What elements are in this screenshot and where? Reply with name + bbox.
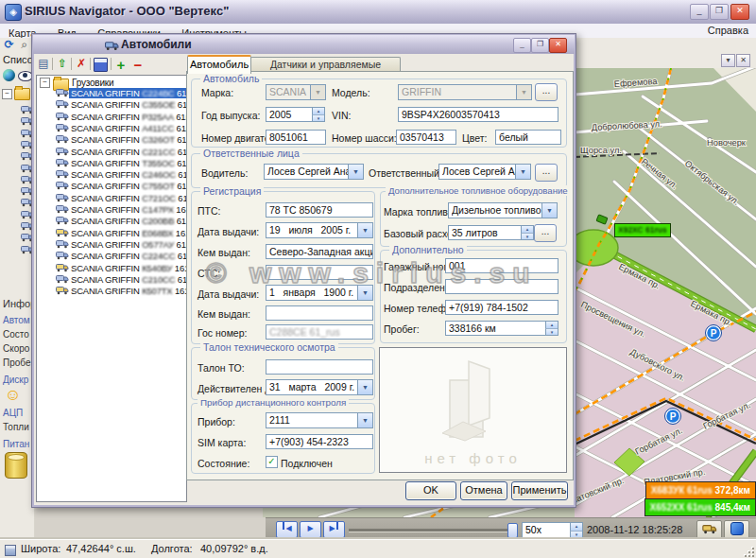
menu-help[interactable]: Справка — [708, 25, 748, 36]
pts-date-combo[interactable]: 19 июля 2005 г.▼ — [266, 222, 373, 238]
connected-checkbox[interactable]: ✓ — [266, 456, 278, 468]
vehicle-map-label[interactable]: Х92ХС 61rus — [614, 223, 671, 237]
step-forward-button[interactable]: ▶ — [323, 521, 345, 538]
vehicle-distance-label[interactable]: Х652ХХ 61rus 845,4км — [644, 498, 756, 516]
fuel-more-button[interactable]: ... — [534, 224, 557, 242]
garage-number-field[interactable]: 001 — [445, 258, 558, 273]
device-combo[interactable]: 2111▼ — [266, 412, 373, 428]
pts-issuer-field[interactable]: Северо-Западная акцизная т — [266, 244, 373, 259]
sts-date-combo[interactable]: 1 января 1900 г.▼ — [266, 285, 373, 301]
chevron-down-icon[interactable]: ▼ — [515, 165, 530, 179]
tree-expander-icon[interactable]: − — [40, 78, 50, 88]
fuel-rate-spinner[interactable]: 35 литров▴▾ — [448, 225, 534, 240]
globe-icon[interactable] — [3, 69, 15, 81]
mileage-spinner[interactable]: 338166 км▴▾ — [445, 321, 558, 336]
sim-card-field[interactable]: +7(903) 454-2323 — [266, 434, 373, 449]
division-field[interactable] — [445, 279, 558, 294]
tree-item-vehicle[interactable]: SCANIA GRIFFIN К507ТХ 161rus — [37, 286, 186, 297]
tree-item-vehicle[interactable]: SCANIA GRIFFIN С221СС 61rus — [37, 147, 186, 158]
close-button[interactable]: ✕ — [730, 4, 749, 20]
dialog-minimize-button[interactable]: _ — [513, 38, 531, 53]
sidebar-panel-6[interactable]: Дискр — [3, 375, 28, 385]
spinner-arrows-icon[interactable]: ▴▾ — [312, 108, 324, 121]
vehicle-distance-label[interactable]: Х683УК 61rus 372,8км — [645, 481, 756, 499]
vehicle-icon-button[interactable] — [696, 520, 722, 539]
minimize-button[interactable]: _ — [690, 4, 709, 20]
sidebar-panel-7[interactable]: АЦП — [3, 408, 23, 418]
add-group-icon[interactable]: ⇧ — [55, 57, 70, 72]
tree-item-vehicle[interactable]: SCANIA GRIFFIN С224СС 61rus — [37, 251, 186, 262]
pts-field[interactable]: 78 ТС 850679 — [266, 202, 373, 218]
vehicle-tree[interactable]: − Грузовики SCANIA GRIFFIN С224ВС 61rusS… — [36, 75, 187, 502]
resize-grip[interactable] — [743, 546, 754, 557]
tab-vehicle[interactable]: Автомобиль — [187, 55, 251, 74]
color-field[interactable]: белый — [495, 130, 561, 145]
persons-more-button[interactable]: ... — [535, 164, 558, 182]
inspection-ticket-field[interactable] — [266, 359, 373, 375]
search-icon[interactable]: ⌕ — [17, 38, 31, 52]
driver-combo[interactable]: Лосев Сергей Анатоль▼ — [264, 164, 364, 180]
slider-thumb[interactable] — [507, 523, 518, 538]
tree-item-vehicle[interactable]: SCANIA GRIFFIN О577АУ 61rus — [37, 239, 186, 251]
add-item-icon[interactable]: + — [113, 57, 129, 72]
chevron-down-icon[interactable]: ▼ — [357, 380, 372, 394]
sidebar-panel-3[interactable]: Состо — [3, 329, 29, 340]
tree-root-row[interactable]: − Грузовики — [37, 77, 186, 88]
tree-item-vehicle[interactable]: SCANIA GRIFFIN К540ВУ 161rus — [37, 263, 186, 274]
restore-button[interactable]: ❐ — [710, 4, 729, 20]
tree-item-vehicle[interactable]: SCANIA GRIFFIN С210СС 61rus — [37, 274, 186, 286]
chevron-down-icon[interactable]: ▼ — [357, 286, 372, 300]
list-view-icon[interactable]: ▤ — [36, 57, 51, 72]
dialog-maximize-button[interactable]: ❐ — [531, 38, 549, 53]
remove-item-icon[interactable]: − — [130, 57, 146, 72]
step-back-button[interactable]: ◀ — [276, 521, 298, 538]
sidebar-panel-8[interactable]: Топли — [3, 422, 29, 432]
sidebar-panel-9[interactable]: Питан — [3, 439, 29, 449]
plate-number-field[interactable]: С288СЕ 61_rus — [266, 324, 373, 340]
dialog-close-button[interactable]: ✕ — [549, 38, 567, 53]
spinner-arrows-icon[interactable]: ▴▾ — [545, 322, 558, 335]
save-icon[interactable] — [93, 58, 108, 73]
chevron-down-icon[interactable]: ▼ — [310, 85, 325, 99]
vin-field[interactable]: 9BSP4X26003570413 — [398, 107, 558, 122]
refresh-icon[interactable]: ⟳ — [2, 38, 16, 52]
chevron-down-icon[interactable]: ▼ — [357, 413, 372, 427]
brand-combo[interactable]: SCANIA▼ — [266, 84, 326, 100]
apply-button[interactable]: Применить — [511, 481, 568, 500]
dialog-title-bar[interactable]: Автомобили _ ❐ ✕ — [33, 35, 575, 54]
cancel-button[interactable]: Отмена — [460, 481, 507, 500]
model-more-button[interactable]: ... — [535, 83, 558, 101]
tree-expander-icon[interactable]: − — [2, 89, 12, 99]
tree-item-vehicle[interactable]: SCANIA GRIFFIN С246ОС 61rus — [37, 169, 186, 181]
tree-item-vehicle[interactable]: SCANIA GRIFFIN С147РХ 161rus — [37, 204, 186, 216]
chevron-down-icon[interactable]: ▼ — [541, 203, 557, 218]
tree-item-vehicle[interactable]: SCANIA GRIFFIN Т355ОС 61rus — [37, 158, 186, 169]
parking-marker[interactable]: P — [706, 325, 722, 341]
tab-sensors[interactable]: Датчики и управляемые выходы — [250, 57, 401, 72]
parking-marker[interactable]: P — [665, 409, 681, 425]
sidebar-panel-4[interactable]: Скоро — [3, 343, 29, 354]
year-spinner[interactable]: 2005▴▾ — [266, 107, 325, 122]
sidebar-panel-2[interactable]: Автом — [3, 315, 30, 325]
tree-item-vehicle[interactable]: SCANIA GRIFFIN С200ВВ 61rus — [37, 216, 186, 227]
spinner-arrows-icon[interactable]: ▴▾ — [521, 226, 533, 239]
chevron-down-icon[interactable]: ▼ — [516, 85, 531, 99]
tree-item-vehicle[interactable]: SCANIA GRIFFIN С721ОС 61rus — [37, 193, 186, 204]
sts-issuer-field[interactable] — [266, 305, 373, 321]
tree-item-vehicle[interactable]: SCANIA GRIFFIN С224ВС 61rus — [37, 88, 186, 99]
timeline-slider[interactable] — [349, 529, 515, 532]
tree-item-vehicle[interactable]: SCANIA GRIFFIN А411СС 61rus — [37, 123, 186, 134]
tree-item-vehicle[interactable]: SCANIA GRIFFIN Р325АА 61rus — [37, 112, 186, 123]
chassis-number-field[interactable]: 03570413 — [396, 130, 456, 145]
sts-field[interactable] — [266, 265, 373, 280]
map-collapse-button[interactable]: ▾ — [721, 54, 735, 67]
inspection-valid-combo[interactable]: 31 марта 2009 г.▼ — [266, 379, 373, 395]
tree-item-vehicle[interactable]: SCANIA GRIFFIN Е068ВХ 161rus — [37, 228, 186, 239]
delete-icon[interactable]: ✗ — [74, 57, 89, 72]
marker-icon-button[interactable] — [724, 520, 749, 539]
model-combo[interactable]: GRIFFIN▼ — [398, 84, 532, 100]
engine-number-field[interactable]: 8051061 — [266, 130, 326, 145]
tree-item-vehicle[interactable]: SCANIA GRIFFIN С326ОТ 61rus — [37, 134, 186, 146]
phone-field[interactable]: +7(919) 784-1502 — [445, 300, 558, 315]
chevron-down-icon[interactable]: ▼ — [348, 165, 363, 179]
